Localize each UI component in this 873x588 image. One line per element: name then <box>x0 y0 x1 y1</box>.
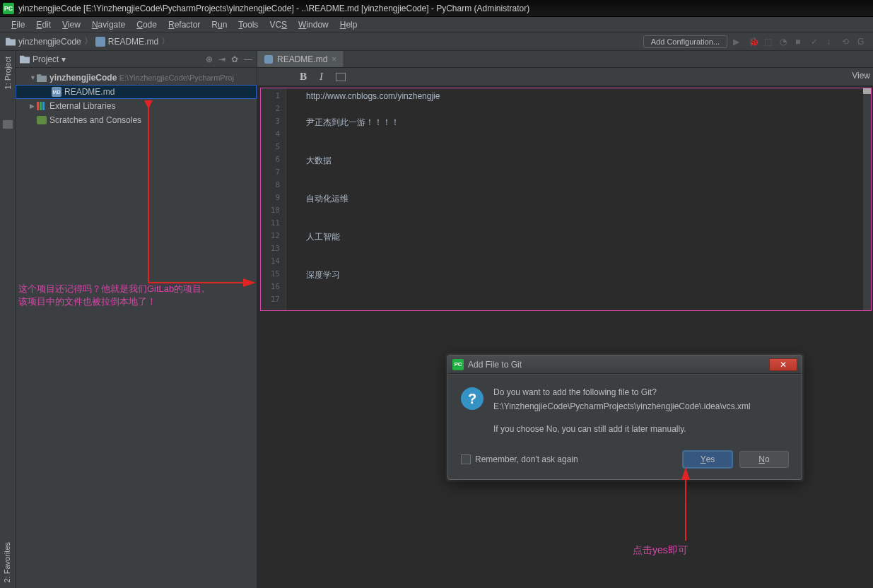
profile-icon[interactable]: ◔ <box>780 37 790 47</box>
menu-vcs[interactable]: VCS <box>264 18 293 31</box>
titlebar: PC yinzhengjieCode [E:\YinzhengjieCode\P… <box>0 0 873 17</box>
menu-run[interactable]: Run <box>206 18 233 31</box>
code-line: 自动化运维 <box>306 193 862 206</box>
run-icon[interactable]: ▶ <box>733 37 743 47</box>
editor-tab-label: README.md <box>277 54 327 64</box>
breadcrumb-separator: 〉 <box>84 35 93 47</box>
code-line <box>306 104 862 117</box>
favorites-tool-button[interactable]: 2: Favorites <box>0 539 14 585</box>
line-number: 10 <box>261 206 286 218</box>
expand-arrow[interactable]: ▼ <box>30 74 37 81</box>
line-number: 2 <box>261 104 286 117</box>
menu-file[interactable]: File <box>6 18 30 31</box>
update-icon[interactable]: ↓ <box>826 37 836 47</box>
expand-arrow[interactable]: ▶ <box>30 102 37 110</box>
search-icon[interactable]: G <box>857 37 867 47</box>
line-number: 13 <box>261 244 286 257</box>
add-configuration-button[interactable]: Add Configuration... <box>643 35 727 48</box>
markdown-icon: MD <box>52 87 61 97</box>
breadcrumb-root[interactable]: yinzhengjieCode <box>6 37 81 47</box>
editor-scrollbar[interactable] <box>862 88 871 310</box>
stop-icon[interactable]: ■ <box>795 37 805 47</box>
line-number: 6 <box>261 155 286 167</box>
tree-external-libraries[interactable]: ▶ External Libraries <box>16 99 257 113</box>
code-line <box>306 180 862 193</box>
coverage-icon[interactable]: ⬚ <box>764 37 774 47</box>
close-tab-icon[interactable]: × <box>332 54 336 64</box>
remember-label: Remember, don't ask again <box>475 454 578 464</box>
code-line <box>306 295 862 307</box>
menubar: File Edit View Navigate Code Refactor Ru… <box>0 17 873 33</box>
menu-navigate[interactable]: Navigate <box>86 18 131 31</box>
tree-root[interactable]: ▼ yinzhengjieCode E:\YinzhengjieCode\Pyc… <box>16 71 257 85</box>
remember-checkbox[interactable] <box>461 454 471 464</box>
menu-code[interactable]: Code <box>131 18 163 31</box>
scrollbar-thumb[interactable] <box>863 88 871 94</box>
tree-scratches[interactable]: Scratches and Consoles <box>16 113 257 127</box>
project-tool-button[interactable]: 1: Project <box>4 54 12 92</box>
dialog-footer: Remember, don't ask again Yes No <box>448 444 802 479</box>
code-line: 人工智能 <box>306 231 862 244</box>
navbar: yinzhengjieCode 〉 README.md 〉 Add Config… <box>0 33 873 51</box>
locate-icon[interactable]: ⊕ <box>206 54 213 64</box>
italic-button[interactable]: I <box>320 71 323 83</box>
collapse-icon[interactable]: ⇥ <box>218 54 225 64</box>
left-toolwindow-bar: 1: Project <box>0 51 16 588</box>
breadcrumb-file[interactable]: README.md <box>95 37 158 47</box>
line-number: 9 <box>261 193 286 206</box>
tree-file-readme[interactable]: MD README.md <box>16 85 257 99</box>
project-view-dropdown[interactable]: ▾ <box>61 54 66 64</box>
no-button[interactable]: No <box>739 451 789 468</box>
dialog-body: ? Do you want to add the following file … <box>448 374 802 444</box>
dialog-message-line1: Do you want to add the following file to… <box>493 386 751 399</box>
menu-refactor[interactable]: Refactor <box>163 18 206 31</box>
folder-icon <box>6 37 16 46</box>
structure-tool-icon[interactable] <box>3 120 13 129</box>
code-line <box>306 257 862 269</box>
pycharm-icon: PC <box>3 3 14 14</box>
code-line <box>306 282 862 295</box>
folder-icon <box>20 55 30 64</box>
editor-tab-readme[interactable]: README.md × <box>257 51 344 67</box>
project-tree[interactable]: ▼ yinzhengjieCode E:\YinzhengjieCode\Pyc… <box>16 68 257 588</box>
code-area[interactable]: http://www.cnblogs.com/yinzhengjie 尹正杰到此… <box>286 88 862 310</box>
menu-help[interactable]: Help <box>334 18 363 31</box>
code-line: 尹正杰到此一游！！！！ <box>306 117 862 129</box>
tree-file-label: README.md <box>64 87 115 97</box>
line-number: 16 <box>261 282 286 295</box>
menu-tools[interactable]: Tools <box>233 18 264 31</box>
remember-checkbox-row[interactable]: Remember, don't ask again <box>461 454 578 464</box>
hide-icon[interactable]: — <box>244 54 252 64</box>
line-number: 3 <box>261 117 286 129</box>
dialog-message-line3: If you choose No, you can still add it l… <box>493 423 751 435</box>
line-number: 7 <box>261 167 286 180</box>
menu-edit[interactable]: Edit <box>30 18 57 31</box>
pycharm-icon: PC <box>452 359 464 370</box>
menu-window[interactable]: Window <box>293 18 334 31</box>
menu-view[interactable]: View <box>57 18 86 31</box>
debug-icon[interactable]: 🐞 <box>749 37 758 47</box>
bold-button[interactable]: B <box>300 71 307 83</box>
code-line: 大数据 <box>306 155 862 167</box>
commit-icon[interactable]: ✓ <box>811 37 821 47</box>
line-number: 12 <box>261 231 286 244</box>
tree-ext-label: External Libraries <box>49 101 115 111</box>
history-icon[interactable]: ⟲ <box>842 37 852 47</box>
project-view-label[interactable]: Project <box>33 54 59 64</box>
annotation-2: 点击yes即可 <box>633 544 688 557</box>
yes-button[interactable]: Yes <box>683 451 732 468</box>
settings-icon[interactable]: ✿ <box>231 54 238 64</box>
main: 1: Project Project ▾ ⊕ ⇥ ✿ — ▼ yinzhengj… <box>0 51 873 588</box>
tree-root-path: E:\YinzhengjieCode\PycharmProj <box>119 74 234 82</box>
line-number: 4 <box>261 129 286 142</box>
scratches-icon <box>37 116 47 124</box>
insert-image-button[interactable] <box>336 73 346 81</box>
editor-area: README.md × B I View 1 2 3 4 5 6 7 8 9 1… <box>257 51 873 588</box>
window-title: yinzhengjieCode [E:\YinzhengjieCode\Pych… <box>18 4 529 13</box>
code-line <box>306 142 862 155</box>
dialog-titlebar[interactable]: PC Add File to Git ✕ <box>448 355 802 374</box>
dialog-close-button[interactable]: ✕ <box>769 358 797 371</box>
annotation-1-line2: 该项目中的文件也被拉倒本地了！ <box>16 295 257 308</box>
code-line <box>306 167 862 180</box>
editor-view-mode[interactable]: View <box>852 71 870 81</box>
